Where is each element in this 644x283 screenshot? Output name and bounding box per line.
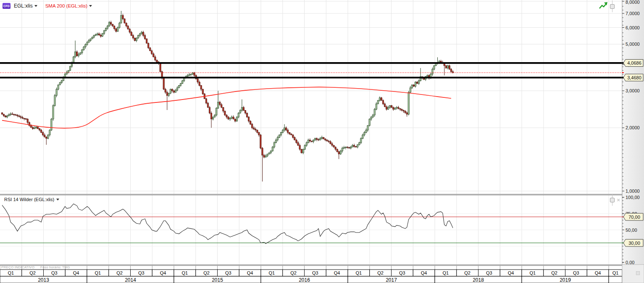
year-label: 2014 <box>125 277 136 283</box>
year-label: 2015 <box>212 277 223 283</box>
time-axis[interactable]: Q1Q2Q3Q4Q1Q2Q3Q4Q1Q2Q3Q4Q1Q2Q3Q4Q1Q2Q3Q4… <box>0 266 622 283</box>
quarter-label: Q1 <box>269 270 275 275</box>
year-label: 2017 <box>386 277 397 283</box>
quarter-label: Q2 <box>290 270 297 275</box>
splitter-handle-icon[interactable] <box>610 4 615 9</box>
quarter-label: Q1 <box>356 270 362 275</box>
quarter-label: Q3 <box>399 270 405 275</box>
splitter-handle-icon[interactable] <box>610 198 615 202</box>
price-axis[interactable]: 8,00007,00006,00005,00004,00003,00002,00… <box>622 0 644 265</box>
price-tick-label: 1,0000 <box>626 189 640 194</box>
quarter-label: Q1 <box>8 270 14 275</box>
quarter-label: Q1 <box>443 270 449 275</box>
quarter-label: Q4 <box>247 270 253 275</box>
year-label: 2019 <box>560 277 571 283</box>
quarter-label: Q3 <box>225 270 231 275</box>
quarter-label: Q2 <box>377 270 384 275</box>
quarter-label: Q3 <box>51 270 58 275</box>
rsi-panel-splitter[interactable] <box>609 195 615 206</box>
trading-chart-window: 8,00007,00006,00005,00004,00003,00002,00… <box>0 0 644 283</box>
quarter-label: Q4 <box>595 270 601 275</box>
chart-toolbar: CFD EGL:xlis SMA 200 (EGL:xlis) <box>3 3 92 9</box>
timezone-label: Fuso horário: TMG <box>40 265 70 269</box>
chevron-down-icon <box>56 199 60 201</box>
quarter-label: Q1 <box>530 270 536 275</box>
quarter-label: Q1 <box>95 270 101 275</box>
close-icon[interactable]: ✕ <box>617 198 620 202</box>
quarter-label: Q1 <box>612 270 619 275</box>
quarter-label: Q2 <box>203 270 210 275</box>
quarter-label: Q4 <box>160 270 166 275</box>
rsi-level-label: 30,00 <box>628 241 640 246</box>
rsi-tick-label: 100,00 <box>626 195 640 200</box>
quarter-label: Q2 <box>551 270 557 275</box>
quarter-label: Q3 <box>573 270 579 275</box>
year-label: 2018 <box>473 277 484 283</box>
rsi-level-label: 70,00 <box>628 215 640 220</box>
axis-corner <box>622 265 644 283</box>
price-indicative-label: PREÇO INDICATIVO <box>1 265 34 269</box>
chart-canvas[interactable]: 8,00007,00006,00005,00004,00003,00002,00… <box>0 0 644 283</box>
price-level-label: 3,4680 <box>627 75 641 80</box>
quarter-label: Q4 <box>421 270 427 275</box>
chart-svg[interactable]: 8,00007,00006,00005,00004,00003,00002,00… <box>0 0 644 283</box>
cfd-badge-icon: CFD <box>3 3 11 9</box>
axis-splitter[interactable] <box>609 0 615 12</box>
sma-indicator-label: SMA 200 (EGL:xlis) <box>45 3 87 8</box>
rsi-indicator-label: RSI 14 Wilder (EGL:xlis) <box>4 197 54 202</box>
instrument-label: EGL:xlis <box>14 3 33 9</box>
price-tick-label: 8,0000 <box>626 0 640 5</box>
quarter-label: Q2 <box>29 270 36 275</box>
price-tick-label: 6,0000 <box>626 25 640 30</box>
chevron-down-icon <box>34 5 38 7</box>
quarter-label: Q3 <box>312 270 318 275</box>
price-tick-label: 5,0000 <box>626 42 640 47</box>
quarter-label: Q3 <box>138 270 145 275</box>
price-tick-label: 2,0000 <box>626 125 640 130</box>
instrument-selector[interactable]: EGL:xlis <box>14 3 38 9</box>
quarter-label: Q4 <box>508 270 514 275</box>
year-label: 2016 <box>299 277 310 283</box>
footer-note: PREÇO INDICATIVO Fuso horário: TMG <box>1 265 70 269</box>
quarter-label: Q4 <box>73 270 79 275</box>
quarter-label: Q2 <box>116 270 123 275</box>
quarter-label: Q1 <box>182 270 188 275</box>
quarter-label: Q4 <box>334 270 340 275</box>
quarter-label: Q2 <box>464 270 471 275</box>
price-tick-label: 7,0000 <box>626 11 640 16</box>
price-tick-label: 3,0000 <box>626 88 640 93</box>
sma-indicator-selector[interactable]: SMA 200 (EGL:xlis) <box>45 3 92 8</box>
chevron-down-icon <box>89 5 92 7</box>
rsi-tick-label: 0,00 <box>626 260 634 265</box>
rsi-indicator-selector[interactable]: RSI 14 Wilder (EGL:xlis) <box>4 197 60 202</box>
rsi-tick-label: 50,00 <box>626 228 637 233</box>
trend-arrow-icon[interactable] <box>598 2 608 10</box>
quarter-label: Q3 <box>486 270 492 275</box>
price-level-label: 4,0686 <box>627 60 641 66</box>
calendar-icon[interactable] <box>636 271 640 275</box>
year-label: 2013 <box>38 277 49 283</box>
